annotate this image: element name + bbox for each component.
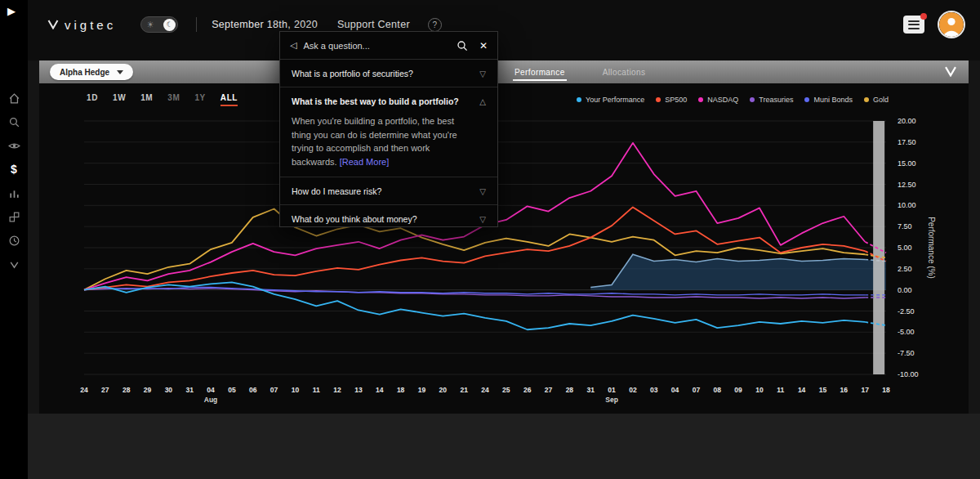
left-rail: ▶ $ xyxy=(0,0,28,479)
legend-dot xyxy=(656,97,661,102)
chart-legend: Your PerformanceSP500NASDAQTreasuriesMun… xyxy=(577,96,889,104)
chevron-down-icon: ▽ xyxy=(479,215,486,224)
time-range-selector: 1D1W1M3M1YALL xyxy=(87,93,238,106)
question-input[interactable] xyxy=(303,41,449,51)
range-all[interactable]: ALL xyxy=(220,93,238,106)
page-background xyxy=(28,414,980,479)
help-icon[interactable]: ? xyxy=(428,18,442,32)
svg-text:24: 24 xyxy=(80,386,88,394)
search-icon[interactable] xyxy=(457,40,468,51)
hamburger-icon xyxy=(908,20,920,22)
svg-text:02: 02 xyxy=(629,386,637,394)
x-axis-labels: 2427282930310405060710111213141819202124… xyxy=(80,386,890,404)
svg-text:13: 13 xyxy=(354,386,363,394)
top-zone: vigtec ☀ ☾ September 18th, 2020 Support … xyxy=(28,0,980,60)
svg-text:03: 03 xyxy=(650,386,658,394)
moon-icon: ☾ xyxy=(167,20,173,29)
legend-label: Your Performance xyxy=(586,96,644,104)
svg-text:28: 28 xyxy=(122,386,131,394)
performance-panel: Alpha Hedge Performance Allocations 1D1W… xyxy=(39,60,969,414)
legend-label: Muni Bonds xyxy=(813,96,853,104)
svg-text:04: 04 xyxy=(671,386,679,394)
svg-text:-5.00: -5.00 xyxy=(898,328,915,336)
performance-chart[interactable]: 20.0017.5015.0012.5010.007.505.002.500.0… xyxy=(39,111,969,407)
svg-text:18: 18 xyxy=(397,386,405,394)
faq-question: What is the best way to build a portfoli… xyxy=(292,96,459,106)
svg-text:11: 11 xyxy=(313,386,320,394)
svg-text:20.00: 20.00 xyxy=(898,117,916,125)
chevron-up-icon: △ xyxy=(479,97,486,106)
svg-text:28: 28 xyxy=(566,386,574,394)
faq-item[interactable]: What is a portfolio of securities? ▽ xyxy=(280,60,497,87)
date-display: September 18th, 2020 xyxy=(212,19,318,30)
legend-item[interactable]: NASDAQ xyxy=(698,96,738,104)
ask-question-modal: ◁ ✕ What is a portfolio of securities? ▽… xyxy=(279,31,498,227)
range-1w[interactable]: 1W xyxy=(113,93,126,106)
svg-text:19: 19 xyxy=(418,386,426,394)
range-1d[interactable]: 1D xyxy=(87,93,98,106)
svg-text:12.50: 12.50 xyxy=(898,181,916,189)
eye-icon[interactable] xyxy=(7,139,20,152)
svg-text:-7.50: -7.50 xyxy=(898,349,915,357)
tab-allocations[interactable]: Allocations xyxy=(601,62,648,83)
divider xyxy=(196,17,197,32)
top-bar: vigtec ☀ ☾ September 18th, 2020 Support … xyxy=(28,0,980,49)
vigtec-mark-icon[interactable] xyxy=(7,257,20,271)
range-1m[interactable]: 1M xyxy=(140,93,153,106)
legend-item[interactable]: Muni Bonds xyxy=(804,96,853,104)
user-avatar[interactable] xyxy=(939,12,964,37)
svg-text:-10.00: -10.00 xyxy=(898,370,919,378)
legend-dot xyxy=(804,97,809,102)
svg-text:25: 25 xyxy=(502,386,510,394)
home-icon[interactable] xyxy=(7,92,20,105)
range-3m[interactable]: 3M xyxy=(167,93,180,106)
strategy-bar: Alpha Hedge Performance Allocations xyxy=(39,60,969,83)
history-clock-icon[interactable] xyxy=(7,234,20,247)
legend-dot xyxy=(750,97,755,102)
svg-text:06: 06 xyxy=(249,386,257,394)
legend-item[interactable]: Treasuries xyxy=(750,96,793,104)
range-1y[interactable]: 1Y xyxy=(194,93,205,106)
legend-dot xyxy=(698,97,703,102)
caret-down-icon xyxy=(117,70,123,74)
support-center-link[interactable]: Support Center xyxy=(337,19,410,30)
search-icon[interactable] xyxy=(7,115,20,128)
svg-text:11: 11 xyxy=(777,386,784,394)
legend-item[interactable]: Your Performance xyxy=(577,96,644,104)
back-icon[interactable]: ◁ xyxy=(290,40,296,51)
svg-text:24: 24 xyxy=(481,386,489,394)
sun-icon: ☀ xyxy=(146,19,154,31)
theme-toggle[interactable]: ☀ ☾ xyxy=(140,16,178,33)
svg-text:15: 15 xyxy=(819,386,827,394)
svg-text:0.00: 0.00 xyxy=(898,286,912,294)
vigtec-logo[interactable]: vigtec xyxy=(47,18,116,32)
strategy-selector[interactable]: Alpha Hedge xyxy=(50,64,133,80)
play-icon[interactable]: ▶ xyxy=(7,5,16,17)
faq-item[interactable]: How do I measure risk? ▽ xyxy=(280,177,497,204)
close-icon[interactable]: ✕ xyxy=(479,40,488,51)
menu-button[interactable] xyxy=(903,16,924,34)
toggle-knob: ☾ xyxy=(163,19,176,31)
svg-text:10.00: 10.00 xyxy=(898,201,916,209)
panel-tabs: Performance Allocations xyxy=(513,60,647,83)
strategy-name: Alpha Hedge xyxy=(60,68,109,77)
svg-text:Sep: Sep xyxy=(605,396,618,404)
modal-header: ◁ ✕ xyxy=(280,32,497,60)
faq-item[interactable]: What do you think about money? ▽ xyxy=(280,204,497,227)
faq-item-expanded[interactable]: What is the best way to build a portfoli… xyxy=(280,87,497,177)
legend-item[interactable]: SP500 xyxy=(656,96,687,104)
dollar-icon[interactable]: $ xyxy=(7,163,20,176)
svg-text:30: 30 xyxy=(165,386,173,394)
bar-chart-icon[interactable] xyxy=(7,186,20,199)
svg-text:20: 20 xyxy=(439,386,448,394)
tab-performance[interactable]: Performance xyxy=(513,62,567,83)
person-icon xyxy=(939,12,964,37)
read-more-link[interactable]: [Read More] xyxy=(340,157,390,167)
svg-text:05: 05 xyxy=(228,386,236,394)
legend-dot xyxy=(577,97,581,102)
svg-text:04: 04 xyxy=(207,386,215,394)
legend-item[interactable]: Gold xyxy=(864,96,889,104)
svg-text:08: 08 xyxy=(714,386,722,394)
highlight-band xyxy=(590,254,886,289)
blocks-icon[interactable] xyxy=(7,210,20,223)
